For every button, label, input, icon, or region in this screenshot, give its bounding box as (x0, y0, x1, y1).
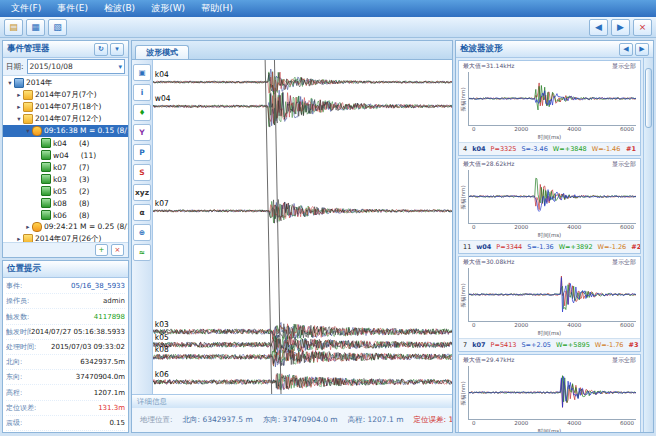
tree-item[interactable]: ▸2014年07月(26个) (3, 233, 128, 242)
open-folder-icon[interactable]: ▤ (4, 19, 23, 36)
detector-xlabel: 时间(ms) (459, 232, 640, 240)
tree-item[interactable]: k07(7) (3, 161, 128, 173)
close-icon[interactable]: × (633, 19, 652, 36)
scrollbar-thumb[interactable] (645, 68, 652, 128)
save-icon[interactable]: ▦ (26, 19, 45, 36)
waveform-tool-strip: ▣i♦YPSxyzα⊕≈ (132, 60, 153, 394)
tree-item-count: (11) (81, 151, 96, 160)
detector-plot[interactable] (468, 268, 636, 322)
filter-icon[interactable]: Y (133, 124, 151, 141)
info-icon[interactable]: i (133, 84, 151, 101)
menu-item-2[interactable]: 事件(E) (50, 1, 95, 16)
waveform-canvas[interactable]: k04w04k07k03k05k08k06 (153, 60, 452, 394)
event-icon (32, 126, 42, 136)
location-field-label: 震级: (6, 418, 22, 428)
location-field-label: 触发数: (6, 312, 29, 322)
detector-header: 最大值=29.47kHz显示全部 (459, 355, 640, 366)
refresh-icon[interactable]: ↻ (94, 43, 108, 56)
expander-icon[interactable]: ▸ (15, 91, 23, 99)
detector-header-right: 显示全部 (612, 356, 636, 365)
detector-ylabel: 振幅(nm) (459, 268, 468, 322)
status-token: 东向: 37470904.0 m (263, 415, 338, 425)
export-icon[interactable]: ▧ (48, 19, 67, 36)
tree-item[interactable]: k06(8) (3, 209, 128, 221)
location-field-label: 触发时间: (6, 327, 31, 337)
x-tick: 6000 (620, 126, 634, 134)
menu-item-5[interactable]: 帮助(H) (194, 1, 240, 16)
sensor-icon (41, 150, 51, 160)
expander-icon[interactable]: ▾ (6, 79, 14, 87)
collapse-icon[interactable]: ▾ (110, 43, 124, 56)
date-value: 2015/10/08 (30, 62, 73, 71)
delete-icon[interactable]: × (111, 244, 124, 256)
detector-panel[interactable]: 最大值=28.62kHz显示全部振幅(nm)0200040006000时间(ms… (458, 158, 641, 254)
location-row: 北向:6342937.5m (6, 355, 125, 370)
detector-index: 11 (463, 243, 471, 251)
expander-icon[interactable]: ▸ (15, 103, 23, 111)
tree-item[interactable]: ▸09:24:21 M = 0.25 (8/17个) (3, 221, 128, 233)
p-pick-icon[interactable]: P (133, 144, 151, 161)
tree-item-label: k03 (53, 175, 67, 184)
detector-plot[interactable] (468, 366, 636, 420)
detector-plot[interactable] (468, 170, 636, 224)
detector-xlabel: 时间(ms) (459, 428, 640, 432)
detector-x-ticks: 0200040006000 (459, 420, 640, 428)
tree-item[interactable]: ▾2014年 (3, 77, 128, 89)
detector-header-right: 显示全部 (612, 62, 636, 71)
expander-icon[interactable]: ▸ (15, 235, 23, 242)
next-event-icon[interactable]: ▶ (611, 19, 630, 36)
s-pick-icon[interactable]: S (133, 164, 151, 181)
x-tick: 4000 (567, 126, 581, 134)
expander-icon[interactable]: ▸ (24, 223, 32, 231)
menu-item-3[interactable]: 检波(B) (97, 1, 142, 16)
location-field-value: admin (103, 297, 125, 305)
scroll-down-icon[interactable]: ▶ (635, 43, 649, 56)
tree-item-label: k07 (53, 163, 67, 172)
alpha-icon[interactable]: α (133, 204, 151, 221)
center-tabstrip: 波形模式 (132, 41, 452, 60)
tree-item[interactable]: k04(4) (3, 137, 128, 149)
expander-icon[interactable]: ▾ (24, 127, 32, 135)
detector-header-left: 最大值=30.08kHz (463, 258, 514, 267)
detector-panel[interactable]: 最大值=29.47kHz显示全部振幅(nm)0200040006000时间(ms… (458, 354, 641, 432)
zoom-icon[interactable]: ⊕ (133, 224, 151, 241)
date-picker[interactable]: 2015/10/08 ▾ (27, 59, 125, 74)
mine-icon (14, 78, 24, 88)
scroll-up-icon[interactable]: ◀ (619, 43, 633, 56)
sensor-icon (41, 186, 51, 196)
detector-nav-buttons: ◀▶ (619, 43, 649, 56)
detector-plot[interactable] (468, 72, 636, 126)
add-icon[interactable]: + (95, 244, 108, 256)
tab-waveform-mode[interactable]: 波形模式 (135, 45, 189, 59)
location-field-value: 131.3m (98, 404, 125, 412)
prev-event-icon[interactable]: ◀ (589, 19, 608, 36)
detector-panel[interactable]: 最大值=30.08kHz显示全部振幅(nm)0200040006000时间(ms… (458, 256, 641, 352)
detector-ylabel: 振幅(nm) (459, 366, 468, 420)
tree-item-label: 2014年07月(18个) (35, 102, 102, 112)
vertical-scrollbar[interactable] (643, 58, 653, 432)
detector-number: #3 (629, 341, 639, 349)
left-column: 事件管理器 ↻▾ 日期: 2015/10/08 ▾ ▾2014年▸2014年07… (2, 40, 129, 433)
axes-icon[interactable]: xyz (133, 184, 151, 201)
select-icon[interactable]: ▣ (133, 64, 151, 81)
menu-item-4[interactable]: 波形(W) (144, 1, 192, 16)
tree-item[interactable]: ▸2014年07月(7个) (3, 89, 128, 101)
locate-icon[interactable]: ♦ (133, 104, 151, 121)
expander-icon[interactable]: ▾ (15, 115, 23, 123)
detector-value: S=+2.05 (521, 341, 551, 349)
tree-item[interactable]: w04(11) (3, 149, 128, 161)
toolbar-right-icons: ◀▶× (589, 19, 652, 36)
tree-item[interactable]: ▾09:16:38 M = 0.15 (8/17个) (3, 125, 128, 137)
tree-item[interactable]: k05(2) (3, 185, 128, 197)
detector-panel[interactable]: 最大值=31.14kHz显示全部振幅(nm)0200040006000时间(ms… (458, 60, 641, 156)
menu-item-1[interactable]: 文件(F) (4, 1, 48, 16)
tree-item[interactable]: ▾2014年07月(12个) (3, 113, 128, 125)
location-title: 位置提示 (7, 263, 41, 275)
tree-toolbar: +× (3, 242, 128, 257)
tree-item[interactable]: ▸2014年07月(18个) (3, 101, 128, 113)
tree-item[interactable]: k08(8) (3, 197, 128, 209)
chevron-down-icon[interactable]: ▾ (118, 63, 122, 71)
tree-item[interactable]: k03(3) (3, 173, 128, 185)
wave-icon[interactable]: ≈ (133, 244, 151, 261)
x-tick: 4000 (567, 420, 581, 428)
